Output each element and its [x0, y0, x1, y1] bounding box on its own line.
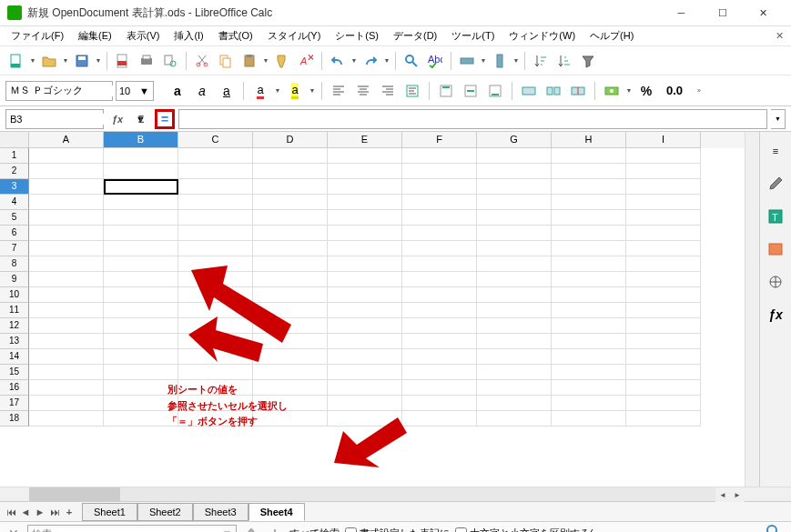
row-header-1[interactable]: 1: [0, 148, 29, 164]
cell-G12[interactable]: [477, 318, 552, 334]
sheet-tab-sheet1[interactable]: Sheet1: [82, 503, 137, 521]
bold-icon[interactable]: a: [167, 80, 188, 102]
row-header-11[interactable]: 11: [0, 303, 29, 318]
cell-F17[interactable]: [402, 396, 477, 411]
sum-button[interactable]: Σ: [131, 109, 151, 129]
vertical-scrollbar[interactable]: [745, 132, 759, 487]
menu-sheet[interactable]: シート(S): [328, 27, 386, 45]
find-format-check[interactable]: 書式設定した表記に: [345, 527, 450, 532]
cell-B17[interactable]: [104, 396, 178, 411]
scroll-right[interactable]: ►: [730, 487, 745, 502]
cell-A3[interactable]: [29, 179, 104, 195]
cell-D18[interactable]: [253, 411, 328, 427]
cell-C15[interactable]: [178, 365, 253, 380]
tab-add[interactable]: +: [62, 507, 76, 517]
wrap-text-icon[interactable]: [401, 80, 423, 102]
menu-view[interactable]: 表示(V): [119, 27, 167, 45]
cell-G17[interactable]: [477, 396, 552, 411]
menu-tools[interactable]: ツール(T): [444, 27, 502, 45]
valign-bot-icon[interactable]: [484, 80, 506, 102]
cell-I5[interactable]: [626, 210, 701, 226]
cell-F8[interactable]: [402, 256, 477, 272]
cell-E1[interactable]: [328, 148, 402, 164]
cell-H17[interactable]: [552, 396, 626, 411]
cell-A11[interactable]: [29, 303, 104, 318]
cell-A7[interactable]: [29, 241, 104, 256]
cell-I8[interactable]: [626, 256, 701, 272]
col-header-E[interactable]: E: [328, 132, 402, 148]
cell-I17[interactable]: [626, 396, 701, 411]
cell-D17[interactable]: [253, 396, 328, 411]
cell-I3[interactable]: [626, 179, 701, 195]
find-input[interactable]: [32, 528, 222, 533]
find-prev[interactable]: [242, 527, 260, 533]
cell-H18[interactable]: [552, 411, 626, 427]
cell-G6[interactable]: [477, 226, 552, 241]
cell-I4[interactable]: [626, 195, 701, 210]
font-color-icon[interactable]: a: [249, 80, 271, 102]
cell-F14[interactable]: [402, 349, 477, 365]
cell-I10[interactable]: [626, 287, 701, 303]
cell-E9[interactable]: [328, 272, 402, 287]
cell-B2[interactable]: [104, 164, 178, 179]
cell-A5[interactable]: [29, 210, 104, 226]
navigator-icon[interactable]: [764, 270, 787, 294]
cell-I6[interactable]: [626, 226, 701, 241]
cell-D7[interactable]: [253, 241, 328, 256]
cell-B10[interactable]: [104, 287, 178, 303]
cell-E17[interactable]: [328, 396, 402, 411]
cell-E12[interactable]: [328, 318, 402, 334]
menu-data[interactable]: データ(D): [386, 27, 444, 45]
find-input-box[interactable]: ▼: [27, 525, 237, 533]
cell-E4[interactable]: [328, 195, 402, 210]
cell-B13[interactable]: [104, 334, 178, 349]
col-header-I[interactable]: I: [626, 132, 701, 148]
cell-G16[interactable]: [477, 380, 552, 396]
cell-G15[interactable]: [477, 365, 552, 380]
cell-E3[interactable]: [328, 179, 402, 195]
cell-G5[interactable]: [477, 210, 552, 226]
open-icon[interactable]: [38, 50, 60, 72]
cell-H9[interactable]: [552, 272, 626, 287]
cell-F3[interactable]: [402, 179, 477, 195]
row-header-12[interactable]: 12: [0, 318, 29, 334]
cell-F1[interactable]: [402, 148, 477, 164]
cell-F15[interactable]: [402, 365, 477, 380]
copy-icon[interactable]: [215, 50, 237, 72]
redo-icon[interactable]: [360, 50, 381, 72]
row-icon[interactable]: [456, 50, 478, 72]
menu-format[interactable]: 書式(O): [211, 27, 260, 45]
cell-I2[interactable]: [626, 164, 701, 179]
cell-B12[interactable]: [104, 318, 178, 334]
cell-G8[interactable]: [477, 256, 552, 272]
cell-A18[interactable]: [29, 411, 104, 427]
cell-E5[interactable]: [328, 210, 402, 226]
align-right-icon[interactable]: [377, 80, 399, 102]
find-dropdown[interactable]: ▼: [222, 528, 232, 533]
cell-B9[interactable]: [104, 272, 178, 287]
col-header-G[interactable]: G: [477, 132, 552, 148]
cell-I16[interactable]: [626, 380, 701, 396]
cell-A12[interactable]: [29, 318, 104, 334]
cell-B4[interactable]: [104, 195, 178, 210]
cell-I13[interactable]: [626, 334, 701, 349]
gallery-icon[interactable]: [764, 237, 787, 261]
cell-I7[interactable]: [626, 241, 701, 256]
sidebar-toggle-icon[interactable]: ≡: [764, 139, 787, 163]
cell-H5[interactable]: [552, 210, 626, 226]
paste-icon[interactable]: [238, 50, 260, 72]
currency-icon[interactable]: [601, 80, 623, 102]
cell-A8[interactable]: [29, 256, 104, 272]
row-header-18[interactable]: 18: [0, 411, 29, 427]
decimal-icon[interactable]: 0.0: [660, 80, 689, 102]
formula-input[interactable]: [178, 109, 767, 129]
clear-format-icon[interactable]: A✕: [295, 50, 317, 72]
cell-H12[interactable]: [552, 318, 626, 334]
cell-G11[interactable]: [477, 303, 552, 318]
cell-H1[interactable]: [552, 148, 626, 164]
sort-asc-icon[interactable]: [530, 50, 552, 72]
cell-F18[interactable]: [402, 411, 477, 427]
underline-icon[interactable]: a: [216, 80, 238, 102]
row-header-13[interactable]: 13: [0, 334, 29, 349]
find-next[interactable]: [266, 527, 284, 533]
